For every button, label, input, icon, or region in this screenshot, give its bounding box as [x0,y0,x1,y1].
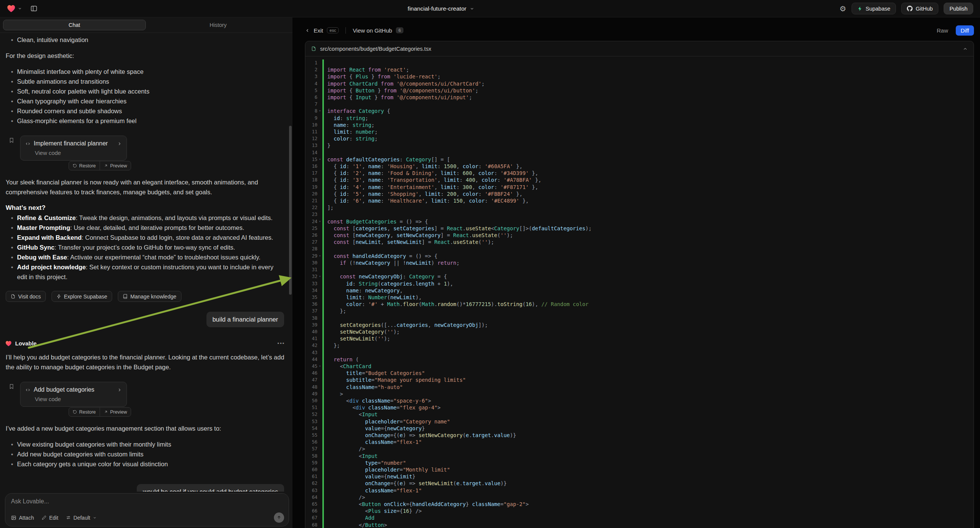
fold-gutter [317,342,322,349]
publish-button[interactable]: Publish [943,3,973,14]
external-link-icon [104,410,108,414]
chevron-down-icon [93,516,97,520]
fold-gutter [317,59,322,66]
user-message-row: build a financial planner [5,312,284,327]
manage-knowledge-button[interactable]: Manage knowledge [118,291,181,302]
restore-button[interactable]: Restore [69,161,100,170]
added-bullets: View existing budget categories with the… [5,439,285,469]
settings-button[interactable]: ⚙ [840,5,846,13]
bullet-item: Add new budget categories with custom li… [5,449,285,459]
fold-chevron-icon[interactable]: ▾ [317,253,322,259]
visit-docs-button[interactable]: Visit docs [6,291,46,302]
logo-menu-button[interactable] [18,6,22,11]
work-card-title: Add budget categories [34,385,94,394]
fold-gutter [317,384,322,391]
restore-icon [73,164,77,168]
code-icon [25,388,31,393]
quick-actions: Visit docs Explore Supabase Manage knowl… [6,291,285,302]
whats-next-heading: What’s next? [6,203,285,213]
file-header[interactable]: src/components/budget/BudgetCategories.t… [305,41,974,56]
send-button[interactable] [274,512,284,523]
code-line: 67 Add [305,514,974,521]
fold-gutter [317,245,322,252]
tail-bullets: Clean, intuitive navigation [5,35,285,45]
bullet-item: View existing budget categories with the… [5,439,285,449]
fold-gutter [317,80,322,87]
fold-chevron-icon[interactable]: ▾ [317,156,322,163]
code-line: 7 [305,101,974,108]
exit-button[interactable]: Exit [313,27,323,34]
work-card-implement[interactable]: Implement financial planner View code [20,135,127,161]
chat-scrollbar[interactable] [289,126,292,295]
mode-select[interactable]: Default [66,515,97,521]
added-paragraph: I’ve added a new budget categories manag… [6,423,285,433]
view-code-link[interactable]: View code [35,149,122,157]
view-code-link[interactable]: View code [35,395,122,403]
fold-gutter [317,404,322,411]
work-card-budget[interactable]: Add budget categories View code [20,382,127,407]
image-icon [11,515,16,520]
fold-chevron-icon[interactable]: ▾ [317,108,322,115]
fold-gutter [317,211,322,218]
supabase-button[interactable]: Supabase [851,3,896,14]
code-line: 4import ChartCard from '@/components/ui/… [305,80,974,87]
collapse-button[interactable] [963,46,968,51]
explore-supabase-button[interactable]: Explore Supabase [51,291,112,302]
lovable-logo[interactable] [7,5,16,13]
code-line: 60 placeholder="Monthly limit" [305,466,974,473]
composer: Attach Edit Default [5,493,289,526]
code-line: 25 const [categories, setCategories] = R… [305,225,974,232]
composer-toolbar: Attach Edit Default [11,512,284,523]
fold-gutter [317,204,322,211]
tab-chat[interactable]: Chat [3,20,146,30]
fold-gutter [317,177,322,183]
fold-gutter [317,349,322,356]
diff-toggle-button[interactable]: Diff [956,25,974,36]
bookmark-icon[interactable] [9,135,14,170]
code-line: 28 [305,245,974,252]
raw-toggle-button[interactable]: Raw [933,25,952,36]
sidebar-panel-icon [30,5,38,12]
code-line: 68 </Button> [305,522,974,528]
fold-chevron-icon[interactable]: ▾ [317,363,322,370]
fold-gutter [317,391,322,397]
fold-gutter [317,397,322,404]
code-line: 11 limit: number; [305,129,974,135]
fold-gutter [317,321,322,328]
sidebar-toggle-button[interactable] [30,5,38,12]
divider [345,27,346,34]
edit-button[interactable]: Edit [42,515,58,521]
heart-icon [5,340,12,347]
fold-gutter [317,460,322,466]
code-line: 17 { id: '2', name: 'Food & Dining', lim… [305,170,974,177]
view-on-github-link[interactable]: View on GitHub [353,27,392,34]
file-count-badge: 6 [396,27,403,33]
code-line: 32▾ const newCategoryObj: Category = { [305,273,974,280]
restore-preview-bar: Restore Preview [68,407,131,417]
bookmark-icon[interactable] [9,382,14,417]
code-line: 24▾const BudgetCategories = () => { [305,218,974,225]
tab-history[interactable]: History [147,20,290,30]
file-icon [311,46,316,51]
code-line: 43 [305,349,974,356]
preview-button[interactable]: Preview [100,161,131,170]
fold-chevron-icon[interactable]: ▾ [317,273,322,280]
project-switcher[interactable]: financial-future-creator [407,5,474,12]
attach-button[interactable]: Attach [11,515,34,521]
code-line: 45▾ <ChartCard [305,363,974,370]
fold-chevron-icon[interactable]: ▾ [317,218,322,225]
preview-button[interactable]: Preview [100,407,131,416]
restore-button[interactable]: Restore [69,407,100,416]
fold-gutter [317,66,322,73]
pencil-icon [42,515,46,520]
chat-input[interactable] [11,498,174,505]
topbar-left [7,5,38,13]
assistant-intro: I’ll help you add budget categories to t… [6,352,285,372]
fold-gutter [317,494,322,501]
code-icon [25,141,31,146]
github-button[interactable]: GitHub [901,3,938,14]
code-line: 20 { id: '5', name: 'Shopping', limit: 2… [305,191,974,197]
code-line: 18 { id: '3', name: 'Transportation', li… [305,177,974,183]
file-path: src/components/budget/BudgetCategories.t… [320,46,431,52]
message-menu-button[interactable]: ••• [277,339,285,348]
